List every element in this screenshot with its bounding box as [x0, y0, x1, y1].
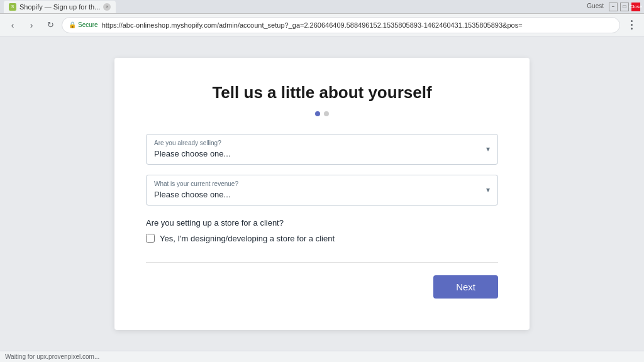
title-bar: S Shopify — Sign up for th... × Guest − … [0, 0, 644, 14]
next-button[interactable]: Next [433, 275, 498, 299]
page-background: Tell us a little about yourself Are you … [0, 36, 644, 351]
client-section-label: Are you setting up a store for a client? [146, 218, 498, 228]
address-bar: ‹ › ↻ 🔒 Secure https://abc-onlineshop.my… [0, 14, 644, 36]
selling-dropdown[interactable]: Are you already selling? Please choose o… [146, 134, 498, 165]
selling-dropdown-value: Please choose one... [154, 149, 230, 158]
revenue-dropdown-group: What is your current revenue? Please cho… [146, 175, 498, 206]
client-checkbox-row: Yes, I'm designing/developing a store fo… [146, 234, 498, 243]
progress-dots [146, 111, 498, 116]
progress-dot-1 [315, 111, 320, 116]
selling-dropdown-chevron: ▾ [486, 145, 490, 153]
url-bar[interactable]: 🔒 Secure https://abc-onlineshop.myshopif… [62, 17, 620, 33]
card-footer: Next [146, 262, 498, 299]
menu-dot-1 [631, 20, 633, 22]
revenue-dropdown-value: Please choose one... [154, 190, 230, 199]
url-text: https://abc-onlineshop.myshopify.com/adm… [102, 21, 523, 29]
revenue-dropdown[interactable]: What is your current revenue? Please cho… [146, 175, 498, 206]
back-icon: ‹ [11, 20, 14, 30]
forward-icon: › [30, 20, 33, 30]
menu-dot-3 [631, 28, 633, 30]
selling-dropdown-label: Are you already selling? [154, 140, 490, 146]
status-bar: Waiting for upx.provenpixel.com... [0, 351, 644, 362]
selling-dropdown-group: Are you already selling? Please choose o… [146, 134, 498, 165]
guest-label: Guest [587, 3, 604, 11]
minimize-button[interactable]: − [609, 3, 618, 11]
menu-dot-2 [631, 24, 633, 26]
close-button[interactable]: Close [631, 3, 640, 11]
forward-button[interactable]: › [24, 18, 39, 33]
client-checkbox-label: Yes, I'm designing/developing a store fo… [160, 234, 335, 243]
status-text: Waiting for upx.provenpixel.com... [5, 353, 99, 360]
reload-button[interactable]: ↻ [43, 18, 58, 33]
maximize-button[interactable]: □ [620, 3, 629, 11]
reload-icon: ↻ [47, 20, 54, 30]
revenue-dropdown-chevron: ▾ [486, 185, 490, 194]
browser-menu-button[interactable] [624, 18, 639, 33]
active-tab[interactable]: S Shopify — Sign up for th... × [4, 1, 116, 13]
page-title: Tell us a little about yourself [146, 83, 498, 102]
lock-icon: 🔒 [69, 21, 76, 28]
tab-strip: S Shopify — Sign up for th... × [4, 1, 116, 13]
tab-favicon: S [9, 3, 16, 11]
client-checkbox[interactable] [146, 234, 155, 243]
window-controls: Guest − □ Close [587, 3, 640, 11]
client-section: Are you setting up a store for a client?… [146, 218, 498, 243]
tab-label: Shopify — Sign up for th... [19, 3, 100, 11]
progress-dot-2 [324, 111, 329, 116]
secure-label: Secure [78, 21, 98, 28]
revenue-dropdown-label: What is your current revenue? [154, 180, 490, 187]
secure-badge: 🔒 Secure [69, 21, 98, 28]
back-button[interactable]: ‹ [5, 18, 20, 33]
main-card: Tell us a little about yourself Are you … [114, 58, 530, 330]
tab-close-button[interactable]: × [103, 3, 111, 11]
